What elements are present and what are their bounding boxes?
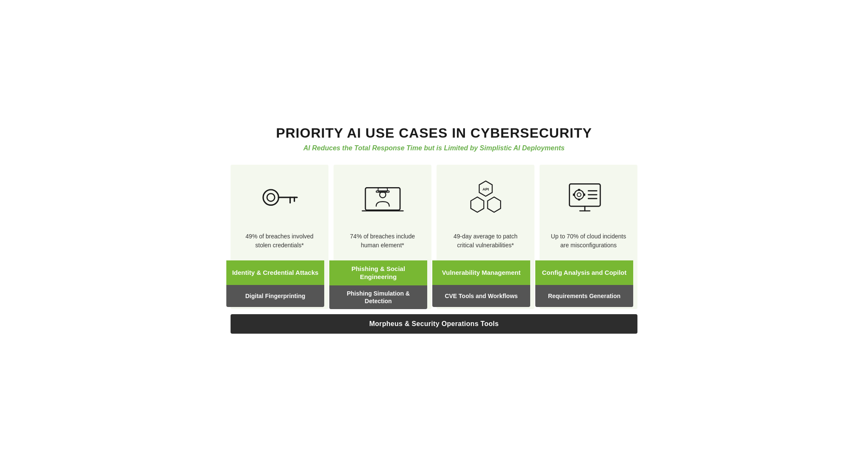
page-subtitle: AI Reduces the Total Response Time but i… (231, 144, 637, 152)
page-title: PRIORITY AI USE CASES IN CYBERSECURITY (231, 125, 637, 141)
identity-gray-label: Digital Fingerprinting (226, 285, 324, 307)
card-vulnerability: API 49-day average to patch critical vul… (437, 165, 534, 309)
vulnerability-stat: 49-day average to patch critical vulnera… (445, 228, 526, 254)
card-identity: 49% of breaches involved stolen credenti… (231, 165, 328, 309)
page-header: PRIORITY AI USE CASES IN CYBERSECURITY A… (231, 125, 637, 152)
card-phishing: 74% of breaches include human element* P… (334, 165, 431, 309)
phishing-gray-label: Phishing Simulation & Detection (329, 285, 427, 309)
svg-point-1 (267, 194, 275, 201)
cards-row: 49% of breaches involved stolen credenti… (231, 165, 637, 309)
svg-marker-12 (470, 197, 484, 212)
identity-stat: 49% of breaches involved stolen credenti… (239, 228, 320, 254)
config-green-label: Config Analysis and Copilot (535, 260, 633, 285)
monitor-icon (548, 175, 629, 221)
svg-text:API: API (482, 187, 489, 191)
svg-point-0 (263, 190, 278, 205)
identity-green-label: Identity & Credential Attacks (226, 260, 324, 285)
svg-rect-22 (583, 194, 585, 196)
config-stat: Up to 70% of cloud incidents are misconf… (548, 228, 629, 254)
svg-point-18 (577, 193, 581, 196)
api-icon: API (445, 175, 526, 221)
svg-rect-19 (578, 189, 580, 191)
svg-rect-20 (578, 199, 580, 201)
svg-point-17 (574, 190, 584, 199)
vulnerability-gray-label: CVE Tools and Workflows (432, 285, 530, 307)
vulnerability-green-label: Vulnerability Management (432, 260, 530, 285)
config-gray-label: Requirements Generation (535, 285, 633, 307)
svg-rect-21 (573, 194, 575, 196)
phishing-stat: 74% of breaches include human element* (342, 228, 423, 254)
card-config: Up to 70% of cloud incidents are misconf… (540, 165, 637, 309)
hacker-icon (342, 175, 423, 221)
bottom-bar: Morpheus & Security Operations Tools (231, 314, 637, 334)
key-icon (239, 175, 320, 221)
svg-marker-13 (487, 197, 501, 212)
page-container: PRIORITY AI USE CASES IN CYBERSECURITY A… (231, 125, 637, 334)
phishing-green-label: Phishing & Social Engineering (329, 260, 427, 285)
